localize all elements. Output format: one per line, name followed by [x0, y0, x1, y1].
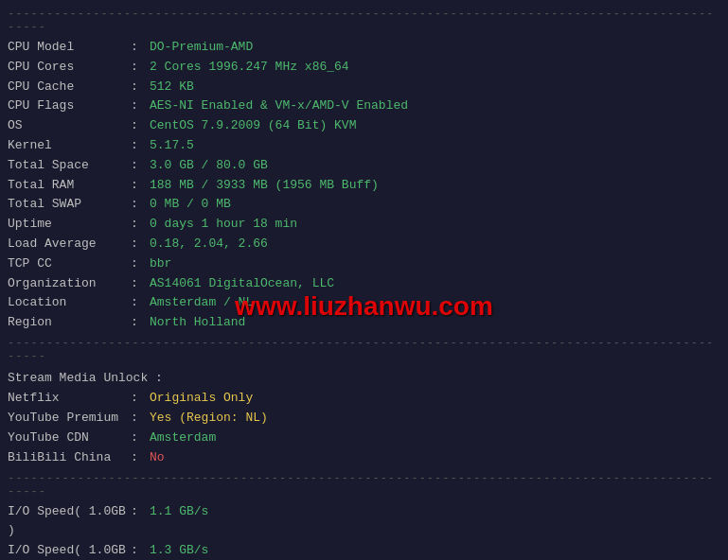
system-info-section: CPU Model : DO-Premium-AMD CPU Cores : 2… [8, 38, 720, 333]
label-cpu-cache: CPU Cache [8, 78, 131, 97]
stream-title-row: Stream Media Unlock : [8, 367, 720, 389]
divider-3: ----------------------------------------… [8, 472, 720, 499]
value-uptime: 0 days 1 hour 18 min [150, 215, 297, 235]
value-total-ram: 188 MB / 3933 MB (1956 MB Buff) [150, 176, 379, 196]
label-region: Region [8, 313, 131, 333]
row-os: OS : CentOS 7.9.2009 (64 Bit) KVM [8, 116, 720, 136]
value-bilibili: No [150, 448, 165, 468]
value-youtube-cdn: Amsterdam [150, 429, 216, 448]
label-netflix: Netflix [8, 389, 131, 409]
label-kernel: Kernel [8, 136, 131, 156]
value-cpu-cores: 2 Cores 1996.247 MHz x86_64 [150, 58, 349, 78]
label-bilibili: BiliBili China [8, 448, 131, 468]
label-youtube-premium: YouTube Premium [8, 409, 131, 429]
label-os: OS [8, 116, 131, 136]
row-total-ram: Total RAM : 188 MB / 3933 MB (1956 MB Bu… [8, 176, 720, 196]
row-youtube-cdn: YouTube CDN : Amsterdam [8, 429, 720, 448]
divider-2: ----------------------------------------… [8, 337, 720, 363]
label-youtube-cdn: YouTube CDN [8, 429, 131, 448]
value-cpu-flags: AES-NI Enabled & VM-x/AMD-V Enabled [150, 96, 408, 116]
watermark: www.liuzhanwu.com [235, 291, 493, 322]
label-io-1: I/O Speed( 1.0GB ) [8, 502, 131, 542]
terminal-container: ----------------------------------------… [8, 8, 720, 560]
label-total-swap: Total SWAP [8, 195, 131, 215]
value-total-space: 3.0 GB / 80.0 GB [150, 156, 268, 176]
stream-section: Stream Media Unlock : Netflix : Original… [8, 367, 720, 468]
label-io-2: I/O Speed( 1.0GB ) [8, 541, 131, 560]
label-total-ram: Total RAM [8, 176, 131, 196]
value-cpu-cache: 512 KB [150, 78, 194, 97]
row-total-space: Total Space : 3.0 GB / 80.0 GB [8, 156, 720, 176]
value-netflix: Originals Only [150, 389, 253, 409]
row-tcp-cc: TCP CC : bbr [8, 254, 720, 274]
label-cpu-model: CPU Model [8, 38, 131, 58]
row-load-avg: Load Average : 0.18, 2.04, 2.66 [8, 235, 720, 254]
label-organization: Organization [8, 274, 131, 294]
row-cpu-model: CPU Model : DO-Premium-AMD [8, 38, 720, 58]
row-cpu-cores: CPU Cores : 2 Cores 1996.247 MHz x86_64 [8, 58, 720, 78]
label-cpu-cores: CPU Cores [8, 58, 131, 78]
label-tcp-cc: TCP CC [8, 254, 131, 274]
row-uptime: Uptime : 0 days 1 hour 18 min [8, 215, 720, 235]
row-bilibili: BiliBili China : No [8, 448, 720, 468]
row-io-2: I/O Speed( 1.0GB ) : 1.3 GB/s [8, 541, 720, 560]
value-tcp-cc: bbr [150, 254, 171, 274]
label-uptime: Uptime [8, 215, 131, 235]
value-os: CentOS 7.9.2009 (64 Bit) KVM [150, 116, 356, 136]
label-cpu-flags: CPU Flags [8, 96, 131, 116]
label-total-space: Total Space [8, 156, 131, 176]
value-region: North Holland [150, 313, 245, 333]
io-section: I/O Speed( 1.0GB ) : 1.1 GB/s I/O Speed(… [8, 502, 720, 560]
value-kernel: 5.17.5 [150, 136, 194, 156]
row-io-1: I/O Speed( 1.0GB ) : 1.1 GB/s [8, 502, 720, 542]
label-location: Location [8, 293, 131, 313]
value-cpu-model: DO-Premium-AMD [150, 38, 253, 58]
row-kernel: Kernel : 5.17.5 [8, 136, 720, 156]
value-youtube-premium: Yes (Region: NL) [150, 409, 268, 429]
value-total-swap: 0 MB / 0 MB [150, 195, 231, 215]
divider-top: ----------------------------------------… [8, 8, 720, 34]
row-cpu-cache: CPU Cache : 512 KB [8, 78, 720, 97]
value-io-2: 1.3 GB/s [150, 541, 208, 560]
row-netflix: Netflix : Originals Only [8, 389, 720, 409]
row-cpu-flags: CPU Flags : AES-NI Enabled & VM-x/AMD-V … [8, 96, 720, 116]
value-io-1: 1.1 GB/s [150, 502, 208, 542]
stream-title: Stream Media Unlock : [8, 367, 163, 389]
value-load-avg: 0.18, 2.04, 2.66 [150, 235, 268, 254]
row-youtube-premium: YouTube Premium : Yes (Region: NL) [8, 409, 720, 429]
label-load-avg: Load Average [8, 235, 131, 254]
row-total-swap: Total SWAP : 0 MB / 0 MB [8, 195, 720, 215]
